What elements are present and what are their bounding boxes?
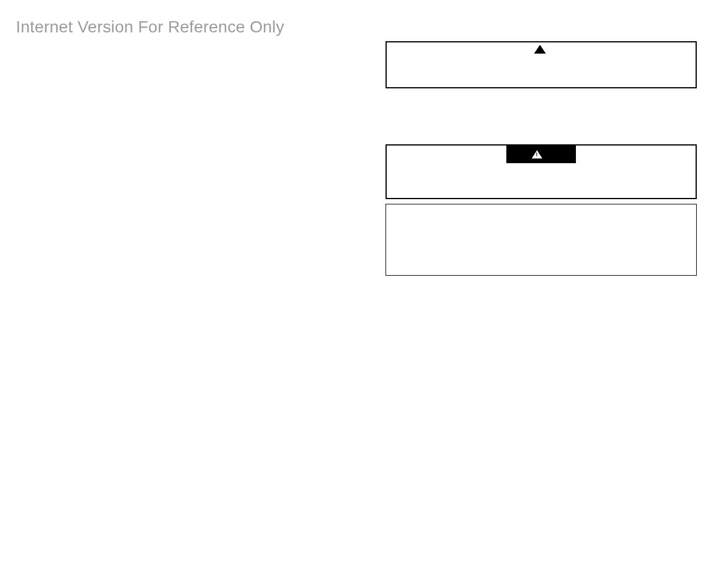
watermark-text: Internet Version For Reference Only (16, 18, 284, 37)
warning-box-2: ! (386, 144, 697, 199)
warning-triangle-icon: ! (532, 150, 542, 158)
warning-label-plain (534, 45, 548, 54)
note-box-3 (386, 204, 697, 276)
warning-label-bar: ! (506, 146, 576, 163)
warning-triangle-icon (534, 45, 546, 54)
warning-box-1 (386, 41, 697, 88)
